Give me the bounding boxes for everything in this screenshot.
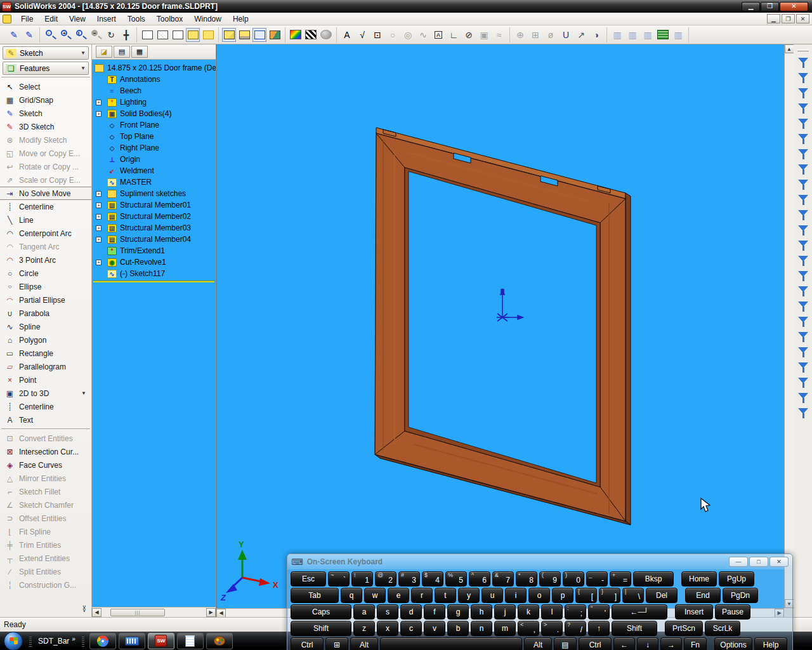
key-space[interactable] — [380, 637, 522, 650]
menu-toolbox[interactable]: Toolbox — [151, 13, 188, 25]
scroll-left-arrow-icon[interactable]: ◀ — [216, 609, 226, 618]
menu-tools[interactable]: Tools — [122, 13, 151, 25]
flyout-features-button[interactable]: ❑Features▼ — [3, 62, 89, 75]
key-h[interactable]: h — [471, 604, 492, 620]
menu-view[interactable]: View — [63, 13, 91, 25]
key-scrlk[interactable]: ScrLk — [705, 621, 740, 636]
key-pause[interactable]: Pause — [715, 604, 750, 620]
tree-item-lighting[interactable]: +*Lighting — [92, 96, 216, 108]
pan-icon[interactable]: ╋ — [119, 28, 133, 42]
tree-item-trim-extend1[interactable]: *Trim/Extend1 — [92, 245, 216, 256]
tree-item-14-875-x-20-125-door-frame-def[interactable]: 14.875 x 20.125 Door frame (Def — [92, 62, 216, 74]
key-options[interactable]: Options — [714, 637, 752, 650]
menu-insert[interactable]: Insert — [91, 13, 122, 25]
on-screen-keyboard-launch-button[interactable] — [119, 633, 145, 649]
key-q[interactable]: q — [341, 588, 362, 603]
key-l[interactable]: l — [541, 604, 563, 620]
expand-icon[interactable]: + — [96, 191, 102, 197]
tree-item-supliment-sketches[interactable]: +Supliment sketches — [92, 188, 216, 199]
paint-launch-button[interactable] — [206, 633, 233, 649]
tree-item-cut-revolve1[interactable]: +◉Cut-Revolve1 — [92, 256, 216, 268]
doc-close-button[interactable]: ✕ — [796, 14, 809, 23]
key-pgdn[interactable]: PgDn — [723, 588, 758, 603]
zebra-stripes-icon[interactable] — [304, 28, 318, 42]
key-shift[interactable]: Shift — [612, 621, 657, 636]
start-button[interactable] — [4, 632, 23, 650]
toolbar-grip[interactable] — [797, 50, 809, 51]
key-prtscn[interactable]: PrtScn — [665, 621, 703, 636]
key-9[interactable]: (9 — [539, 571, 561, 587]
tool-select[interactable]: ↖Select — [0, 80, 91, 93]
key-p[interactable]: p — [552, 588, 573, 603]
key-space[interactable]: }] — [599, 588, 620, 603]
tree-item-master[interactable]: ∿MASTER — [92, 176, 216, 188]
key-space[interactable]: ←─┘ — [612, 604, 667, 620]
key-del[interactable]: Del — [646, 588, 678, 603]
tool-parabola[interactable]: ∪Parabola — [0, 307, 91, 320]
osk-maximize-button[interactable]: □ — [749, 557, 768, 567]
key-b[interactable]: b — [447, 621, 469, 636]
tool-3-point-arc[interactable]: ◠3 Point Arc — [0, 253, 91, 267]
restore-button[interactable]: ❐ — [761, 2, 779, 11]
tree-item-structural-member01[interactable]: +▤Structural Member01 — [92, 199, 216, 211]
key-space[interactable]: ↓ — [637, 637, 658, 650]
key-m[interactable]: m — [494, 621, 516, 636]
expand-icon[interactable]: + — [96, 111, 102, 117]
scroll-left-arrow-icon[interactable]: ◀ — [92, 608, 102, 617]
expand-icon[interactable]: + — [96, 202, 102, 208]
key-c[interactable]: c — [400, 621, 422, 636]
key-u[interactable]: u — [481, 588, 503, 603]
surface-finish-icon[interactable]: √ — [355, 28, 369, 42]
tree-item-origin[interactable]: ⊥Origin — [92, 154, 216, 165]
menu-edit[interactable]: Edit — [39, 13, 63, 25]
doc-restore-button[interactable]: ❐ — [782, 14, 795, 23]
key-y[interactable]: y — [458, 588, 480, 603]
key-insert[interactable]: Insert — [675, 604, 713, 620]
selection-filter-icon[interactable] — [797, 300, 809, 313]
property-manager-tab[interactable]: ▤ — [114, 46, 130, 58]
tool-polygon[interactable]: ⌂Polygon — [0, 333, 91, 347]
selection-filter-icon[interactable] — [797, 407, 809, 420]
menu-file[interactable]: File — [15, 13, 39, 25]
selection-filter-icon[interactable] — [797, 315, 809, 328]
taskbar-grip[interactable] — [82, 635, 84, 647]
key-8[interactable]: *8 — [516, 571, 537, 587]
key-6[interactable]: ^6 — [469, 571, 490, 587]
tool-text[interactable]: AText — [0, 413, 91, 427]
tool-centerline[interactable]: ┊Centerline — [0, 400, 91, 413]
tree-item-right-plane[interactable]: ◇Right Plane — [92, 142, 216, 154]
key-shift[interactable]: Shift — [291, 621, 351, 636]
tree-item-solid-bodies-4[interactable]: +▣Solid Bodies(4) — [92, 108, 216, 119]
configuration-manager-tab[interactable]: ▦ — [131, 46, 148, 58]
on-screen-keyboard-window[interactable]: ⌨ On-Screen Keyboard — □ ✕ Esc~`!1@2#3$4… — [287, 554, 793, 650]
selection-filter-icon[interactable] — [797, 163, 809, 176]
selection-filter-icon[interactable] — [797, 72, 809, 84]
scrollbar-thumb[interactable]: ||| — [110, 609, 165, 616]
key-pgup[interactable]: PgUp — [719, 571, 754, 587]
key-0[interactable]: )0 — [563, 571, 584, 587]
key-space[interactable]: :; — [565, 604, 586, 620]
datum-target-icon[interactable]: ∟ — [447, 28, 461, 42]
key-2[interactable]: @2 — [375, 571, 396, 587]
expand-icon[interactable]: + — [96, 214, 102, 220]
key-tab[interactable]: Tab — [291, 588, 339, 603]
selection-filter-icon[interactable] — [797, 224, 809, 237]
tree-item-structural-member03[interactable]: +▤Structural Member03 — [92, 222, 216, 234]
shaded-with-edges-icon[interactable] — [186, 28, 200, 42]
key-4[interactable]: $4 — [422, 571, 443, 587]
key-esc[interactable]: Esc — [291, 571, 326, 587]
taskbar-chevron[interactable]: » — [72, 635, 75, 642]
key-s[interactable]: s — [377, 604, 398, 620]
key-fn[interactable]: Fn — [684, 637, 707, 650]
tool-circle[interactable]: ○Circle — [0, 267, 91, 280]
selection-filter-icon[interactable] — [797, 331, 809, 343]
doc-minimize-button[interactable]: ▁ — [767, 14, 780, 23]
expand-icon[interactable]: + — [96, 100, 102, 105]
appearance-icon[interactable] — [268, 28, 282, 42]
graphics-viewport[interactable]: Y X Z — [216, 44, 784, 608]
tree-item-beech[interactable]: ≡Beech — [92, 85, 216, 96]
selection-filter-icon[interactable] — [797, 209, 809, 222]
tool-partial-ellipse[interactable]: ◠Partial Ellipse — [0, 293, 91, 307]
key-home[interactable]: Home — [681, 571, 717, 587]
expand-icon[interactable]: + — [96, 225, 102, 231]
